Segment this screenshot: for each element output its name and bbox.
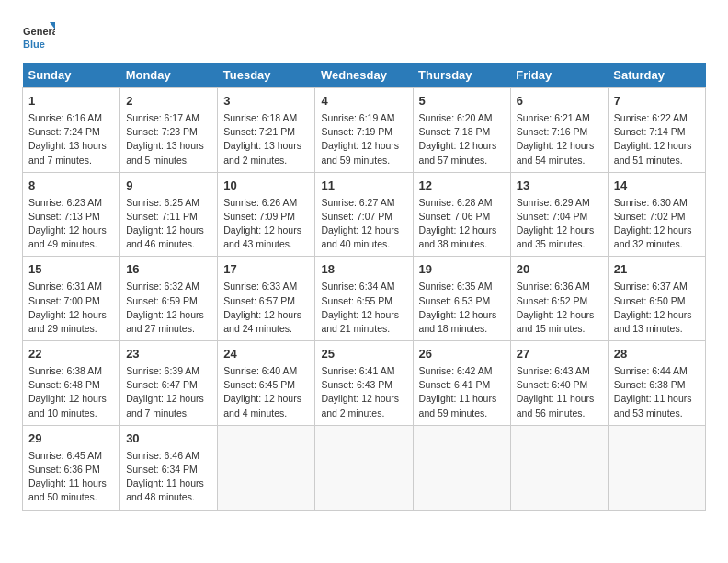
day-number: 19 — [419, 261, 505, 279]
day-number: 21 — [614, 261, 700, 279]
day-number: 9 — [126, 178, 211, 195]
day-info: Sunrise: 6:28 AMSunset: 7:06 PMDaylight:… — [419, 196, 505, 252]
day-info: Sunrise: 6:39 AMSunset: 6:47 PMDaylight:… — [126, 364, 211, 420]
weekday-header-friday: Friday — [510, 63, 608, 88]
calendar-day-empty — [413, 425, 510, 510]
calendar-week-row: 15Sunrise: 6:31 AMSunset: 7:00 PMDayligh… — [23, 257, 706, 341]
calendar-body: 1Sunrise: 6:16 AMSunset: 7:24 PMDaylight… — [23, 88, 706, 511]
calendar-day-24: 24Sunrise: 6:40 AMSunset: 6:45 PMDayligh… — [218, 341, 315, 426]
calendar-day-13: 13Sunrise: 6:29 AMSunset: 7:04 PMDayligh… — [510, 172, 608, 257]
day-number: 16 — [126, 261, 211, 279]
day-number: 26 — [419, 346, 505, 363]
day-number: 30 — [126, 431, 211, 448]
day-number: 1 — [28, 93, 114, 110]
day-info: Sunrise: 6:17 AMSunset: 7:23 PMDaylight:… — [126, 111, 211, 167]
calendar-day-7: 7Sunrise: 6:22 AMSunset: 7:14 PMDaylight… — [608, 88, 705, 173]
day-number: 18 — [321, 261, 406, 279]
calendar-week-row: 8Sunrise: 6:23 AMSunset: 7:13 PMDaylight… — [23, 172, 706, 257]
logo-svg: General Blue — [22, 22, 55, 55]
day-info: Sunrise: 6:42 AMSunset: 6:41 PMDaylight:… — [419, 364, 505, 420]
day-number: 22 — [28, 346, 114, 363]
day-info: Sunrise: 6:32 AMSunset: 6:59 PMDaylight:… — [126, 280, 211, 336]
day-info: Sunrise: 6:35 AMSunset: 6:53 PMDaylight:… — [419, 280, 505, 336]
calendar-day-12: 12Sunrise: 6:28 AMSunset: 7:06 PMDayligh… — [413, 172, 510, 257]
calendar-week-row: 1Sunrise: 6:16 AMSunset: 7:24 PMDaylight… — [23, 88, 706, 173]
calendar-day-29: 29Sunrise: 6:45 AMSunset: 6:36 PMDayligh… — [23, 425, 120, 510]
calendar-day-10: 10Sunrise: 6:26 AMSunset: 7:09 PMDayligh… — [218, 172, 315, 257]
day-number: 20 — [517, 261, 602, 279]
calendar-day-25: 25Sunrise: 6:41 AMSunset: 6:43 PMDayligh… — [315, 341, 413, 426]
calendar-day-15: 15Sunrise: 6:31 AMSunset: 7:00 PMDayligh… — [23, 257, 120, 341]
day-info: Sunrise: 6:27 AMSunset: 7:07 PMDaylight:… — [321, 196, 406, 252]
day-info: Sunrise: 6:30 AMSunset: 7:02 PMDaylight:… — [614, 196, 700, 252]
calendar-day-4: 4Sunrise: 6:19 AMSunset: 7:19 PMDaylight… — [315, 88, 413, 173]
calendar-day-16: 16Sunrise: 6:32 AMSunset: 6:59 PMDayligh… — [120, 257, 218, 341]
day-number: 13 — [517, 178, 602, 195]
day-number: 3 — [223, 93, 309, 110]
calendar-day-23: 23Sunrise: 6:39 AMSunset: 6:47 PMDayligh… — [120, 341, 218, 426]
calendar-header: SundayMondayTuesdayWednesdayThursdayFrid… — [23, 63, 706, 88]
day-info: Sunrise: 6:46 AMSunset: 6:34 PMDaylight:… — [126, 449, 211, 505]
day-info: Sunrise: 6:38 AMSunset: 6:48 PMDaylight:… — [28, 364, 114, 420]
day-number: 25 — [321, 346, 406, 363]
day-info: Sunrise: 6:25 AMSunset: 7:11 PMDaylight:… — [126, 196, 211, 252]
calendar-day-3: 3Sunrise: 6:18 AMSunset: 7:21 PMDaylight… — [218, 88, 315, 173]
day-info: Sunrise: 6:20 AMSunset: 7:18 PMDaylight:… — [419, 111, 505, 167]
day-number: 10 — [223, 178, 309, 195]
calendar-day-19: 19Sunrise: 6:35 AMSunset: 6:53 PMDayligh… — [413, 257, 510, 341]
weekday-header-monday: Monday — [120, 63, 218, 88]
weekday-header-thursday: Thursday — [413, 63, 510, 88]
calendar-week-row: 29Sunrise: 6:45 AMSunset: 6:36 PMDayligh… — [23, 425, 706, 510]
calendar-day-6: 6Sunrise: 6:21 AMSunset: 7:16 PMDaylight… — [510, 88, 608, 173]
day-info: Sunrise: 6:36 AMSunset: 6:52 PMDaylight:… — [517, 280, 602, 336]
day-info: Sunrise: 6:34 AMSunset: 6:55 PMDaylight:… — [321, 280, 406, 336]
day-info: Sunrise: 6:31 AMSunset: 7:00 PMDaylight:… — [28, 280, 114, 336]
day-number: 15 — [28, 261, 114, 279]
day-info: Sunrise: 6:23 AMSunset: 7:13 PMDaylight:… — [28, 196, 114, 252]
day-number: 24 — [223, 346, 309, 363]
day-info: Sunrise: 6:33 AMSunset: 6:57 PMDaylight:… — [223, 280, 309, 336]
day-number: 5 — [419, 93, 505, 110]
day-number: 29 — [28, 431, 114, 448]
day-info: Sunrise: 6:40 AMSunset: 6:45 PMDaylight:… — [223, 364, 309, 420]
calendar-day-14: 14Sunrise: 6:30 AMSunset: 7:02 PMDayligh… — [608, 172, 705, 257]
calendar-day-2: 2Sunrise: 6:17 AMSunset: 7:23 PMDaylight… — [120, 88, 218, 173]
day-number: 27 — [517, 346, 602, 363]
day-info: Sunrise: 6:19 AMSunset: 7:19 PMDaylight:… — [321, 111, 406, 167]
calendar-day-9: 9Sunrise: 6:25 AMSunset: 7:11 PMDaylight… — [120, 172, 218, 257]
day-info: Sunrise: 6:29 AMSunset: 7:04 PMDaylight:… — [517, 196, 602, 252]
svg-text:Blue: Blue — [23, 39, 45, 50]
calendar-day-20: 20Sunrise: 6:36 AMSunset: 6:52 PMDayligh… — [510, 257, 608, 341]
day-info: Sunrise: 6:21 AMSunset: 7:16 PMDaylight:… — [517, 111, 602, 167]
calendar-day-30: 30Sunrise: 6:46 AMSunset: 6:34 PMDayligh… — [120, 425, 218, 510]
calendar-day-27: 27Sunrise: 6:43 AMSunset: 6:40 PMDayligh… — [510, 341, 608, 426]
calendar-day-22: 22Sunrise: 6:38 AMSunset: 6:48 PMDayligh… — [23, 341, 120, 426]
day-info: Sunrise: 6:43 AMSunset: 6:40 PMDaylight:… — [517, 364, 602, 420]
calendar-day-18: 18Sunrise: 6:34 AMSunset: 6:55 PMDayligh… — [315, 257, 413, 341]
day-info: Sunrise: 6:44 AMSunset: 6:38 PMDaylight:… — [614, 364, 700, 420]
day-number: 7 — [614, 93, 700, 110]
day-number: 4 — [321, 93, 406, 110]
calendar-day-empty — [510, 425, 608, 510]
day-number: 8 — [28, 178, 114, 195]
day-number: 6 — [517, 93, 602, 110]
calendar-table: SundayMondayTuesdayWednesdayThursdayFrid… — [22, 63, 706, 511]
day-number: 28 — [614, 346, 700, 363]
day-number: 11 — [321, 178, 406, 195]
logo: General Blue — [22, 22, 55, 55]
day-number: 2 — [126, 93, 211, 110]
weekday-header-saturday: Saturday — [608, 63, 705, 88]
calendar-day-17: 17Sunrise: 6:33 AMSunset: 6:57 PMDayligh… — [218, 257, 315, 341]
weekday-header-tuesday: Tuesday — [218, 63, 315, 88]
weekday-header-row: SundayMondayTuesdayWednesdayThursdayFrid… — [23, 63, 706, 88]
day-info: Sunrise: 6:41 AMSunset: 6:43 PMDaylight:… — [321, 364, 406, 420]
day-number: 17 — [223, 261, 309, 279]
calendar-day-11: 11Sunrise: 6:27 AMSunset: 7:07 PMDayligh… — [315, 172, 413, 257]
weekday-header-wednesday: Wednesday — [315, 63, 413, 88]
day-number: 12 — [419, 178, 505, 195]
day-number: 14 — [614, 178, 700, 195]
header: General Blue — [22, 18, 706, 55]
calendar-day-empty — [608, 425, 705, 510]
calendar-day-21: 21Sunrise: 6:37 AMSunset: 6:50 PMDayligh… — [608, 257, 705, 341]
calendar-day-28: 28Sunrise: 6:44 AMSunset: 6:38 PMDayligh… — [608, 341, 705, 426]
